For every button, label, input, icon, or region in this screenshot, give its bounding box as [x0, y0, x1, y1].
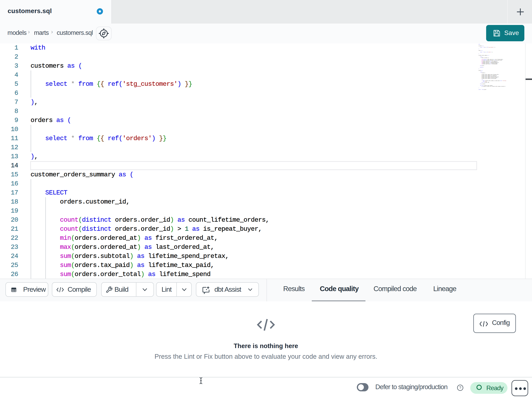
svg-text:?: ? — [459, 385, 461, 390]
